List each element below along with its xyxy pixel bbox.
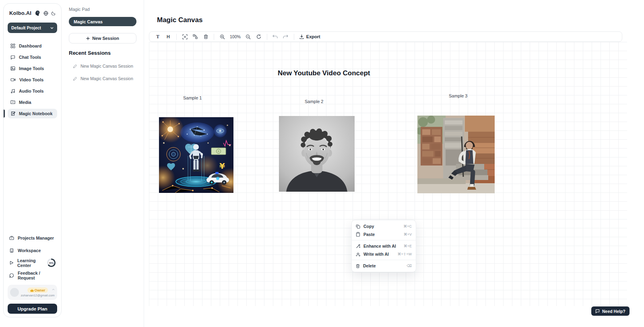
sample-1-label[interactable]: Sample 1 bbox=[183, 95, 202, 100]
context-menu-item-enhance-with-ai[interactable]: Enhance with AI ⌘+E bbox=[352, 242, 416, 250]
text-tool-button[interactable]: T bbox=[153, 33, 162, 41]
sidebar-item-audio-tools[interactable]: Audio Tools bbox=[8, 86, 57, 96]
zoom-level: 100% bbox=[230, 34, 241, 39]
undo-button[interactable] bbox=[271, 33, 280, 41]
sidebar-nav: Dashboard Chat Tools Image Tools Video T… bbox=[8, 41, 57, 118]
context-menu-label: Delete bbox=[363, 263, 403, 268]
context-menu-label: Copy bbox=[363, 224, 400, 229]
sample-3-label[interactable]: Sample 3 bbox=[449, 93, 467, 98]
session-item-label: New Magic Canvas Session bbox=[80, 64, 133, 68]
context-menu-item-delete[interactable]: Delete ⌫ bbox=[352, 262, 416, 270]
zoom-in-button[interactable] bbox=[218, 33, 227, 41]
rotate-icon bbox=[256, 34, 261, 39]
sidebar-item-video-tools[interactable]: Video Tools bbox=[8, 75, 57, 85]
copy-icon bbox=[356, 224, 360, 229]
context-menu-label: Paste bbox=[363, 232, 400, 237]
upgrade-plan-button[interactable]: Upgrade Plan bbox=[8, 304, 57, 314]
context-menu-shortcut: ⌘+⇧+W bbox=[397, 252, 412, 256]
undo-icon bbox=[272, 35, 278, 39]
globe-icon[interactable] bbox=[43, 11, 48, 16]
context-menu-shortcut: ⌘+E bbox=[404, 244, 412, 248]
sidebar-item-dashboard[interactable]: Dashboard bbox=[8, 41, 57, 51]
sidebar-item-magic-notebook[interactable]: Magic Notebook bbox=[8, 109, 57, 118]
sidebar: Kolbo.AI Default Project Dashboard Chat … bbox=[3, 3, 62, 317]
toolbar-divider bbox=[267, 34, 267, 40]
tab-magic-canvas[interactable]: Magic Canvas bbox=[69, 17, 136, 26]
context-menu-divider bbox=[352, 240, 416, 240]
session-item[interactable]: New Magic Canvas Session bbox=[69, 76, 136, 81]
context-menu-item-copy[interactable]: Copy ⌘+C bbox=[352, 222, 416, 230]
sidebar-item-projects-manager[interactable]: Projects Manager bbox=[8, 233, 57, 242]
sidebar-item-label: Audio Tools bbox=[19, 89, 44, 93]
logo-row: Kolbo.AI bbox=[9, 10, 56, 16]
reset-view-button[interactable] bbox=[254, 33, 263, 41]
sample-2-image[interactable] bbox=[279, 116, 355, 192]
crown-icon bbox=[30, 289, 34, 292]
sidebar-item-label: Chat Tools bbox=[19, 55, 41, 60]
user-email: zoharvan12@gmail.com bbox=[21, 294, 54, 297]
panel-header-magic-pad[interactable]: Magic Pad bbox=[69, 7, 136, 12]
redo-button[interactable] bbox=[281, 33, 290, 41]
context-menu-item-paste[interactable]: Paste ⌘+V bbox=[352, 230, 416, 238]
need-help-button[interactable]: Need Help? bbox=[591, 306, 630, 316]
magic-wand-icon bbox=[356, 244, 360, 248]
canvas-toolbar: T H 100% Export bbox=[149, 31, 622, 42]
sidebar-item-label: Magic Notebook bbox=[19, 111, 52, 116]
select-area-tool-button[interactable] bbox=[180, 33, 189, 41]
context-menu-item-write-with-ai[interactable]: Write with AI ⌘+⇧+W bbox=[352, 250, 416, 258]
pencil-icon bbox=[73, 64, 77, 68]
sidebar-item-feedback-request[interactable]: Feedback / Request bbox=[8, 271, 57, 280]
zoom-out-icon bbox=[246, 34, 251, 39]
canvas-grid[interactable]: New Youtube Video Concept Sample 1 Sampl… bbox=[149, 42, 627, 306]
toolbar-divider bbox=[294, 34, 294, 40]
user-card[interactable]: Owner zoharvan12@gmail.com bbox=[8, 285, 57, 300]
canvas-heading-text[interactable]: New Youtube Video Concept bbox=[278, 69, 370, 77]
sidebar-item-label: Feedback / Request bbox=[18, 271, 56, 280]
heading-tool-button[interactable]: H bbox=[164, 33, 173, 41]
sample-2-label[interactable]: Sample 2 bbox=[305, 99, 323, 104]
user-info: Owner zoharvan12@gmail.com bbox=[21, 288, 54, 297]
learning-progress-ring: 66% bbox=[47, 259, 56, 267]
project-selector[interactable]: Default Project bbox=[8, 23, 57, 33]
sample-3-image[interactable] bbox=[417, 116, 495, 193]
context-menu: Copy ⌘+C Paste ⌘+V Enhance with AI ⌘+E W… bbox=[351, 220, 416, 272]
delete-tool-button[interactable] bbox=[201, 33, 210, 41]
sidebar-item-chat-tools[interactable]: Chat Tools bbox=[8, 52, 57, 62]
session-panel: Magic Pad Magic Canvas New Session Recen… bbox=[62, 0, 144, 327]
need-help-label: Need Help? bbox=[602, 309, 625, 314]
sidebar-item-label: Dashboard bbox=[19, 43, 41, 48]
briefcase-icon bbox=[9, 236, 14, 240]
sidebar-item-label: Projects Manager bbox=[18, 236, 54, 240]
sample-1-image[interactable]: ¥ bbox=[159, 117, 233, 193]
plus-icon bbox=[86, 37, 90, 40]
context-menu-divider bbox=[352, 260, 416, 260]
chevron-down-icon bbox=[50, 27, 54, 29]
help-chat-icon bbox=[595, 309, 600, 313]
page-title: Magic Canvas bbox=[157, 16, 202, 24]
paste-icon bbox=[356, 232, 360, 237]
export-button[interactable]: Export bbox=[298, 34, 322, 39]
brain-logo-icon bbox=[34, 10, 41, 16]
pencil-icon bbox=[73, 77, 77, 81]
sidebar-item-label: Image Tools bbox=[19, 66, 44, 71]
connector-icon bbox=[193, 34, 198, 39]
sidebar-item-label: Workspace bbox=[18, 248, 41, 253]
toolbar-divider bbox=[214, 34, 214, 40]
toolbar-divider bbox=[176, 34, 177, 40]
sidebar-item-workspace[interactable]: Workspace bbox=[8, 246, 57, 255]
sidebar-item-media[interactable]: Media bbox=[8, 97, 57, 107]
connector-tool-button[interactable] bbox=[191, 33, 200, 41]
sidebar-item-image-tools[interactable]: Image Tools bbox=[8, 64, 57, 73]
zoom-out-button[interactable] bbox=[244, 33, 253, 41]
image-icon bbox=[10, 66, 15, 71]
app-logo: Kolbo.AI bbox=[9, 10, 31, 16]
session-item-label: New Magic Canvas Session bbox=[80, 76, 133, 81]
project-selector-label: Default Project bbox=[11, 25, 41, 30]
media-folder-icon bbox=[10, 100, 15, 105]
sidebar-item-learning-center[interactable]: Learning Center 66% bbox=[8, 258, 57, 267]
moon-icon[interactable] bbox=[51, 11, 56, 15]
context-menu-label: Write with AI bbox=[363, 252, 394, 257]
new-session-button[interactable]: New Session bbox=[69, 33, 136, 43]
avatar bbox=[10, 288, 19, 297]
session-item[interactable]: New Magic Canvas Session bbox=[69, 64, 136, 68]
